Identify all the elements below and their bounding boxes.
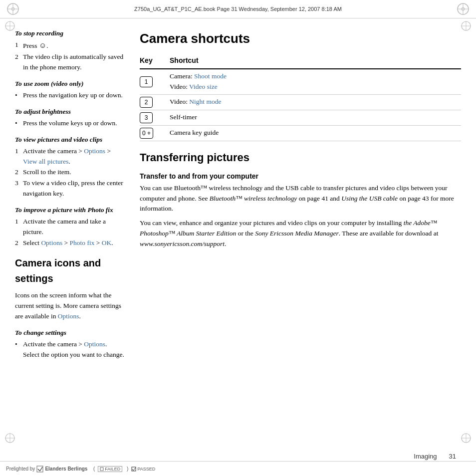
svg-line-21 — [38, 469, 40, 471]
list-item: • Activate the camera > Options. Select … — [15, 339, 125, 360]
top-left-corner-mark — [6, 2, 20, 16]
camera-icons-body: Icons on the screen inform what the curr… — [15, 290, 125, 322]
list-item: 2 Select Options > Photo fix > OK. — [15, 238, 125, 248]
key-badge: 1 — [140, 76, 153, 87]
table-header-row: Key Shortcut — [140, 53, 461, 69]
zoom-bullets: • Press the navigation key up or down. — [15, 90, 125, 101]
col-shortcut: Shortcut — [170, 53, 461, 69]
camera-icons-heading: Camera icons and settings — [15, 255, 125, 286]
view-pictures-steps: 1 Activate the camera > Options > View a… — [15, 146, 125, 200]
shortcut-cell: Camera key guide — [170, 125, 461, 141]
table-row: 1 Camera: Shoot mode Video: Video size — [140, 69, 461, 94]
photo-fix-heading: To improve a picture with Photo fix — [15, 205, 125, 216]
transfer-subheading: Transfer to and from your computer — [140, 171, 461, 182]
checkbox-failed-icon — [100, 467, 104, 471]
transferring-pictures-heading: Transferring pictures — [140, 149, 461, 166]
stop-recording-steps: 1 Press ☺. 2 The video clip is automatic… — [15, 40, 125, 73]
svg-line-26 — [133, 468, 136, 471]
checkbox-passed-icon — [131, 467, 136, 472]
right-top-reg-mark — [460, 20, 472, 34]
passed-badge: PASSED — [131, 467, 155, 472]
col-key: Key — [140, 53, 170, 69]
table-row: 3 Self-timer — [140, 110, 461, 125]
shortcut-cell: Video: Night mode — [170, 94, 461, 110]
camera-shortcuts-heading: Camera shortcuts — [140, 28, 461, 48]
list-item: • Press the navigation key up or down. — [15, 90, 125, 101]
change-settings-heading: To change settings — [15, 328, 125, 338]
footer: Imaging 31 — [0, 453, 476, 460]
transfer-body: You can use Bluetooth™ wireless technolo… — [140, 183, 461, 215]
preflight-label: Prelighted by — [6, 466, 35, 472]
preflight-logo: Prelighted by Elanders Berlings — [6, 466, 87, 473]
list-item: 3 To view a video clip, press the center… — [15, 178, 125, 199]
brightness-heading: To adjust brightness — [15, 107, 125, 117]
svg-rect-23 — [100, 468, 103, 471]
key-badge: 2 — [140, 97, 153, 108]
key-badge: 3 — [140, 112, 153, 123]
left-bottom-reg-mark — [4, 432, 16, 446]
left-top-reg-mark — [4, 20, 16, 34]
footer-page: 31 — [449, 453, 456, 460]
list-item: 2 Scroll to the item. — [15, 167, 125, 178]
view-pictures-heading: To view pictures and video clips — [15, 135, 125, 145]
change-settings-bullets: • Activate the camera > Options. Select … — [15, 339, 125, 360]
zoom-heading: To use zoom (video only) — [15, 79, 125, 89]
shortcut-cell: Self-timer — [170, 110, 461, 125]
key-badge: 0 + — [140, 128, 153, 139]
footer-section: Imaging — [414, 453, 437, 460]
table-row: 2 Video: Night mode — [140, 94, 461, 110]
list-item: 1 Press ☺. — [15, 40, 125, 51]
main-content: To stop recording 1 Press ☺. 2 The video… — [0, 18, 476, 459]
top-bar: Z750a_UG_AT&T_P1C_AE.book Page 31 Wednes… — [0, 0, 476, 18]
company-name: Elanders Berlings — [45, 466, 87, 472]
list-item: 2 The video clip is automatically saved … — [15, 52, 125, 73]
bottom-bar: Prelighted by Elanders Berlings ( FAILED… — [0, 461, 476, 476]
svg-line-22 — [40, 467, 42, 471]
shortcuts-table: Key Shortcut 1 Camera: Shoot mode Video:… — [140, 53, 461, 141]
separator2: ) — [125, 466, 128, 472]
key-cell: 2 — [140, 94, 170, 110]
preflight-icon — [36, 466, 43, 473]
separator: ( — [90, 466, 95, 472]
key-cell: 0 + — [140, 125, 170, 141]
list-item: • Press the volume keys up or down. — [15, 118, 125, 129]
transfer-body2: You can view, enhance and organize your … — [140, 218, 461, 249]
key-cell: 1 — [140, 69, 170, 94]
list-item: 1 Activate the camera > Options > View a… — [15, 146, 125, 167]
stop-recording-heading: To stop recording — [15, 28, 125, 39]
list-item: 1 Activate the camera and take a picture… — [15, 217, 125, 238]
failed-badge: FAILED — [98, 466, 122, 472]
svg-rect-20 — [37, 466, 43, 472]
header-text: Z750a_UG_AT&T_P1C_AE.book Page 31 Wednes… — [134, 6, 342, 12]
right-bottom-reg-mark — [460, 432, 472, 446]
top-right-corner-mark — [456, 2, 470, 16]
svg-line-25 — [132, 469, 133, 471]
right-column: Camera shortcuts Key Shortcut 1 Camera: … — [140, 28, 461, 449]
shortcut-cell: Camera: Shoot mode Video: Video size — [170, 69, 461, 94]
left-column: To stop recording 1 Press ☺. 2 The video… — [15, 28, 125, 449]
table-row: 0 + Camera key guide — [140, 125, 461, 141]
key-cell: 3 — [140, 110, 170, 125]
photo-fix-steps: 1 Activate the camera and take a picture… — [15, 217, 125, 248]
brightness-bullets: • Press the volume keys up or down. — [15, 118, 125, 129]
